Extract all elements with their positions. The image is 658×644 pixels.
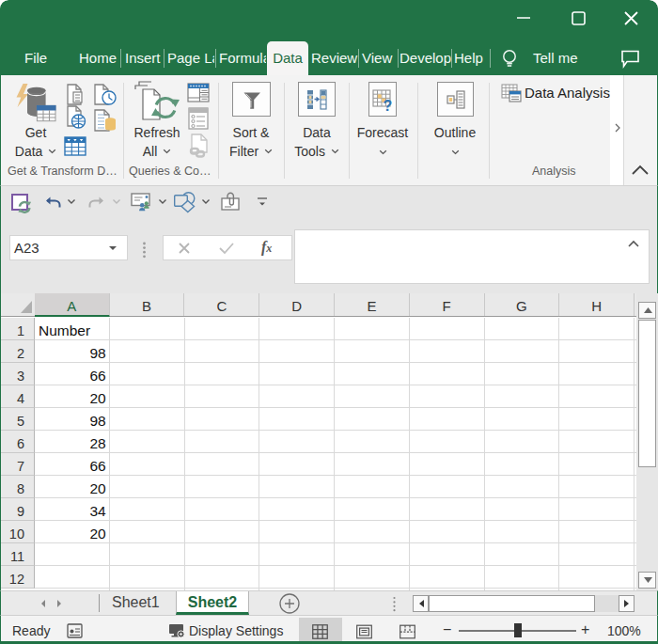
svg-text:?: ?: [384, 97, 393, 111]
